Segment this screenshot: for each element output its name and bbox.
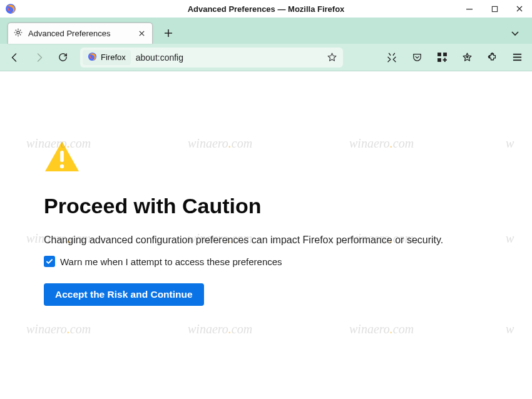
watermark: w bbox=[506, 322, 514, 336]
account-button[interactable] bbox=[433, 49, 451, 66]
svg-rect-2 bbox=[492, 6, 497, 11]
url-bar[interactable]: Firefox about:config bbox=[80, 48, 343, 68]
svg-rect-11 bbox=[513, 57, 521, 58]
reload-button[interactable] bbox=[54, 49, 71, 66]
url-text: about:config bbox=[136, 53, 183, 63]
warn-checkbox[interactable] bbox=[44, 256, 55, 267]
svg-rect-7 bbox=[437, 58, 441, 62]
svg-rect-5 bbox=[437, 53, 441, 56]
list-all-tabs-button[interactable] bbox=[506, 24, 524, 43]
svg-rect-1 bbox=[466, 9, 473, 9]
tab-strip: Advanced Preferences bbox=[0, 18, 532, 44]
firefox-identity-icon bbox=[88, 52, 97, 63]
tab-close-button[interactable] bbox=[136, 28, 147, 39]
page-description: Changing advanced configuration preferen… bbox=[44, 235, 488, 246]
svg-rect-12 bbox=[513, 59, 521, 61]
gear-icon bbox=[13, 28, 23, 39]
svg-rect-6 bbox=[443, 53, 447, 56]
downloads-button[interactable] bbox=[458, 49, 476, 66]
about-config-warning-page: Proceed with Caution Changing advanced c… bbox=[0, 71, 532, 318]
extensions-button[interactable] bbox=[483, 49, 501, 66]
window-title: Advanced Preferences — Mozilla Firefox bbox=[0, 4, 532, 14]
nav-toolbar: Firefox about:config bbox=[0, 44, 532, 71]
app-menu-button[interactable] bbox=[508, 49, 526, 66]
warning-triangle-icon bbox=[44, 140, 488, 175]
page-heading: Proceed with Caution bbox=[44, 194, 488, 218]
warn-checkbox-row[interactable]: Warn me when I attempt to access these p… bbox=[44, 256, 488, 267]
tab-title: Advanced Preferences bbox=[28, 29, 131, 38]
forward-button[interactable] bbox=[30, 49, 48, 66]
watermark: winaero.com bbox=[26, 322, 91, 336]
warn-checkbox-label: Warn me when I attempt to access these p… bbox=[60, 256, 282, 267]
svg-point-3 bbox=[17, 31, 19, 34]
identity-label: Firefox bbox=[101, 53, 126, 62]
maximize-button[interactable] bbox=[482, 0, 507, 18]
svg-rect-10 bbox=[513, 54, 521, 55]
firefox-app-icon bbox=[5, 3, 16, 14]
svg-point-14 bbox=[60, 164, 64, 168]
window-controls bbox=[457, 0, 532, 18]
close-button[interactable] bbox=[507, 0, 532, 18]
pocket-button[interactable] bbox=[408, 49, 426, 66]
bookmark-star-button[interactable] bbox=[324, 50, 339, 65]
watermark: winaero.com bbox=[188, 322, 252, 336]
new-tab-button[interactable] bbox=[159, 24, 178, 43]
watermark: winaero.com bbox=[349, 322, 414, 336]
toolbar-right bbox=[383, 49, 526, 66]
accept-risk-button[interactable]: Accept the Risk and Continue bbox=[44, 283, 204, 306]
window-titlebar: Advanced Preferences — Mozilla Firefox bbox=[0, 0, 532, 18]
minimize-button[interactable] bbox=[457, 0, 482, 18]
svg-rect-13 bbox=[60, 151, 64, 162]
identity-box[interactable]: Firefox bbox=[83, 50, 131, 65]
tab-advanced-preferences[interactable]: Advanced Preferences bbox=[8, 23, 153, 44]
screenshot-button[interactable] bbox=[383, 49, 401, 66]
back-button[interactable] bbox=[6, 49, 24, 66]
